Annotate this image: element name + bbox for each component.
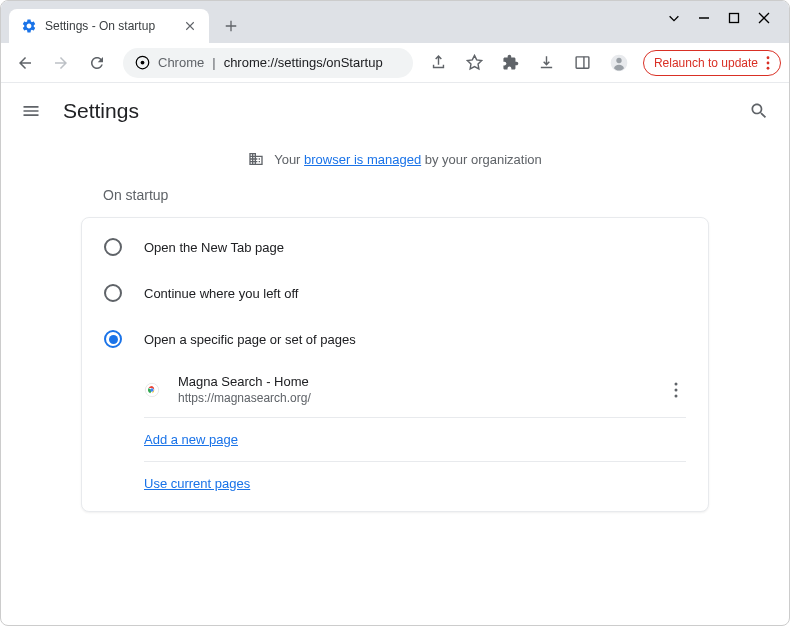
side-panel-icon[interactable] bbox=[567, 47, 599, 79]
option-label: Open a specific page or set of pages bbox=[144, 332, 356, 347]
option-specific[interactable]: Open a specific page or set of pages bbox=[82, 316, 708, 362]
svg-point-12 bbox=[675, 388, 678, 391]
relaunch-button[interactable]: Relaunch to update bbox=[643, 50, 781, 76]
section-title: On startup bbox=[81, 179, 709, 217]
omnibox[interactable]: Chrome | chrome://settings/onStartup bbox=[123, 48, 413, 78]
pages-list: Magna Search - Home https://magnasearch.… bbox=[82, 362, 708, 505]
building-icon bbox=[248, 151, 264, 167]
reload-button[interactable] bbox=[81, 47, 113, 79]
page-menu-button[interactable] bbox=[666, 380, 686, 400]
startup-card: Open the New Tab page Continue where you… bbox=[81, 217, 709, 512]
tab-title: Settings - On startup bbox=[45, 19, 155, 33]
svg-point-11 bbox=[675, 382, 678, 385]
maximize-icon[interactable] bbox=[727, 11, 741, 25]
chevron-down-icon[interactable] bbox=[667, 11, 681, 25]
radio-icon bbox=[104, 284, 122, 302]
browser-toolbar: Chrome | chrome://settings/onStartup Rel… bbox=[1, 43, 789, 83]
radio-icon bbox=[104, 238, 122, 256]
forward-button[interactable] bbox=[45, 47, 77, 79]
downloads-icon[interactable] bbox=[531, 47, 563, 79]
browser-tab[interactable]: Settings - On startup bbox=[9, 9, 209, 43]
svg-point-2 bbox=[141, 61, 145, 65]
managed-link[interactable]: browser is managed bbox=[304, 152, 421, 167]
svg-rect-0 bbox=[730, 14, 739, 23]
window-controls bbox=[649, 1, 789, 35]
page-info: Magna Search - Home https://magnasearch.… bbox=[178, 374, 648, 405]
relaunch-label: Relaunch to update bbox=[654, 56, 758, 70]
page-url: https://magnasearch.org/ bbox=[178, 391, 648, 405]
option-continue[interactable]: Continue where you left off bbox=[82, 270, 708, 316]
settings-icon bbox=[21, 18, 37, 34]
close-icon[interactable] bbox=[183, 19, 197, 33]
search-button[interactable] bbox=[747, 99, 771, 123]
page-item: Magna Search - Home https://magnasearch.… bbox=[144, 362, 686, 418]
option-label: Continue where you left off bbox=[144, 286, 298, 301]
option-label: Open the New Tab page bbox=[144, 240, 284, 255]
back-button[interactable] bbox=[9, 47, 41, 79]
svg-rect-3 bbox=[577, 57, 590, 68]
omnibox-scheme: Chrome bbox=[158, 55, 204, 70]
page-title: Settings bbox=[63, 99, 139, 123]
menu-button[interactable] bbox=[19, 99, 43, 123]
settings-header: Settings bbox=[1, 83, 789, 139]
share-icon[interactable] bbox=[423, 47, 455, 79]
titlebar: Settings - On startup bbox=[1, 1, 789, 43]
svg-point-13 bbox=[675, 394, 678, 397]
radio-icon bbox=[104, 330, 122, 348]
banner-text: Your browser is managed by your organiza… bbox=[274, 152, 542, 167]
svg-point-6 bbox=[767, 56, 770, 59]
more-icon bbox=[766, 56, 770, 70]
add-page-link[interactable]: Add a new page bbox=[144, 418, 686, 462]
site-info-icon[interactable] bbox=[135, 55, 150, 70]
page-favicon-icon bbox=[144, 382, 160, 398]
extensions-icon[interactable] bbox=[495, 47, 527, 79]
profile-icon[interactable] bbox=[603, 47, 635, 79]
option-newtab[interactable]: Open the New Tab page bbox=[82, 224, 708, 270]
use-current-link[interactable]: Use current pages bbox=[144, 462, 686, 505]
svg-point-7 bbox=[767, 61, 770, 64]
managed-banner: Your browser is managed by your organiza… bbox=[1, 139, 789, 179]
content: On startup Open the New Tab page Continu… bbox=[1, 179, 789, 512]
page-name: Magna Search - Home bbox=[178, 374, 648, 389]
new-tab-button[interactable] bbox=[217, 12, 245, 40]
minimize-icon[interactable] bbox=[697, 11, 711, 25]
bookmark-icon[interactable] bbox=[459, 47, 491, 79]
close-window-icon[interactable] bbox=[757, 11, 771, 25]
svg-point-8 bbox=[767, 66, 770, 69]
omnibox-url: chrome://settings/onStartup bbox=[224, 55, 383, 70]
svg-point-5 bbox=[616, 57, 621, 62]
svg-point-10 bbox=[150, 388, 153, 391]
